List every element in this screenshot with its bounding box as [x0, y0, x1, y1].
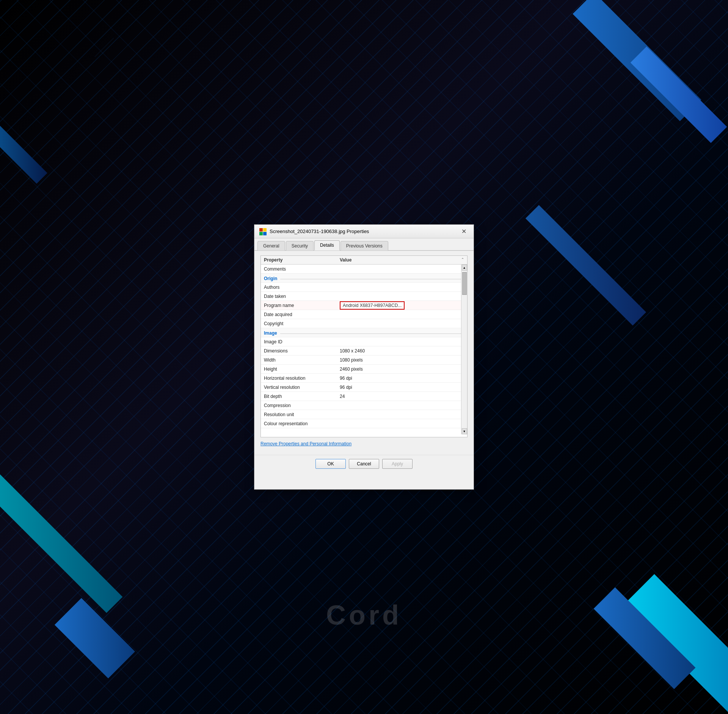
row-authors[interactable]: Authors [261, 283, 467, 292]
svg-rect-14 [263, 228, 267, 232]
tab-general[interactable]: General [257, 241, 285, 251]
row-date-taken[interactable]: Date taken [261, 292, 467, 301]
tab-details[interactable]: Details [314, 240, 340, 251]
section-image-label: Image [264, 330, 277, 336]
title-bar: Screenshot_20240731-190638.jpg Propertie… [254, 225, 474, 238]
sort-icon: ⌃ [461, 257, 464, 263]
prop-res-unit-label: Resolution unit [264, 412, 340, 417]
apply-button[interactable]: Apply [382, 459, 413, 469]
prop-date-acquired-label: Date acquired [264, 312, 340, 317]
prop-date-taken-label: Date taken [264, 294, 340, 299]
prop-width-label: Width [264, 357, 340, 363]
dialog-buttons: OK Cancel Apply [254, 455, 474, 474]
section-image: Image [261, 328, 467, 337]
prop-v-res-value: 96 dpi [340, 385, 464, 390]
row-date-acquired[interactable]: Date acquired [261, 310, 467, 319]
table-header: Property Value ⌃ [261, 256, 467, 265]
row-image-id[interactable]: Image ID [261, 337, 467, 346]
prop-dimensions-value: 1080 x 2460 [340, 348, 464, 354]
row-width[interactable]: Width 1080 pixels [261, 355, 467, 365]
prop-authors-label: Authors [264, 285, 340, 290]
tabs-bar: General Security Details Previous Versio… [254, 238, 474, 251]
prop-copyright-label: Copyright [264, 321, 340, 326]
prop-comments-label: Comments [264, 266, 340, 272]
prop-v-res-label: Vertical resolution [264, 385, 340, 390]
table-scroll-area[interactable]: Comments Origin Authors [261, 265, 467, 434]
row-bit-depth[interactable]: Bit depth 24 [261, 392, 467, 401]
properties-dialog: Screenshot_20240731-190638.jpg Propertie… [254, 224, 474, 490]
prop-program-name-label: Program name [264, 303, 340, 308]
title-bar-left: Screenshot_20240731-190638.jpg Propertie… [259, 228, 369, 235]
row-v-resolution[interactable]: Vertical resolution 96 dpi [261, 383, 467, 392]
svg-rect-16 [263, 232, 267, 235]
header-property: Property [264, 257, 340, 263]
header-value: Value [340, 257, 461, 263]
prop-height-label: Height [264, 366, 340, 372]
prop-bit-depth-label: Bit depth [264, 394, 340, 399]
section-origin: Origin [261, 274, 467, 283]
image-divider [280, 334, 464, 334]
svg-rect-15 [259, 232, 263, 235]
file-icon [259, 228, 267, 235]
row-program-name[interactable]: Program name Android X6837-H897ABCD... [261, 301, 467, 310]
prop-program-name-value: Android X6837-H897ABCD... [340, 303, 464, 308]
prop-image-id-label: Image ID [264, 339, 340, 344]
dialog-title: Screenshot_20240731-190638.jpg Propertie… [270, 229, 369, 234]
section-origin-label: Origin [264, 276, 277, 281]
origin-divider [280, 279, 464, 279]
tab-security[interactable]: Security [286, 241, 314, 251]
desktop: Screenshot_20240731-190638.jpg Propertie… [0, 0, 728, 714]
row-compression[interactable]: Compression [261, 401, 467, 410]
prop-h-res-label: Horizontal resolution [264, 376, 340, 381]
svg-rect-13 [259, 228, 263, 232]
dialog-content: Property Value ⌃ Comments Origin [254, 251, 474, 455]
prop-height-value: 2460 pixels [340, 366, 464, 372]
scroll-up-button[interactable]: ▲ [462, 265, 467, 271]
prop-colour-label: Colour representation [264, 421, 340, 426]
prop-bit-depth-value: 24 [340, 394, 464, 399]
row-dimensions[interactable]: Dimensions 1080 x 2460 [261, 346, 467, 355]
scrollbar[interactable]: ▲ ▼ [461, 265, 467, 434]
partial-row-comments: Comments [261, 265, 467, 274]
close-button[interactable]: ✕ [458, 227, 469, 236]
row-resolution-unit[interactable]: Resolution unit [261, 410, 467, 419]
prop-dimensions-label: Dimensions [264, 348, 340, 354]
prop-width-value: 1080 pixels [340, 357, 464, 363]
ok-button[interactable]: OK [315, 459, 346, 469]
row-height[interactable]: Height 2460 pixels [261, 365, 467, 374]
row-colour-representation[interactable]: Colour representation [261, 419, 467, 428]
prop-compression-label: Compression [264, 403, 340, 408]
title-bar-right: ✕ [458, 227, 469, 236]
row-copyright[interactable]: Copyright [261, 319, 467, 328]
scroll-thumb[interactable] [462, 272, 467, 295]
properties-table: Property Value ⌃ Comments Origin [260, 255, 468, 437]
scroll-down-button[interactable]: ▼ [462, 428, 467, 434]
cancel-button[interactable]: Cancel [349, 459, 379, 469]
tab-previous-versions[interactable]: Previous Versions [340, 241, 388, 251]
remove-properties-link[interactable]: Remove Properties and Personal Informati… [260, 441, 468, 446]
prop-h-res-value: 96 dpi [340, 376, 464, 381]
highlighted-program-value: Android X6837-H897ABCD... [340, 301, 405, 310]
row-h-resolution[interactable]: Horizontal resolution 96 dpi [261, 374, 467, 383]
